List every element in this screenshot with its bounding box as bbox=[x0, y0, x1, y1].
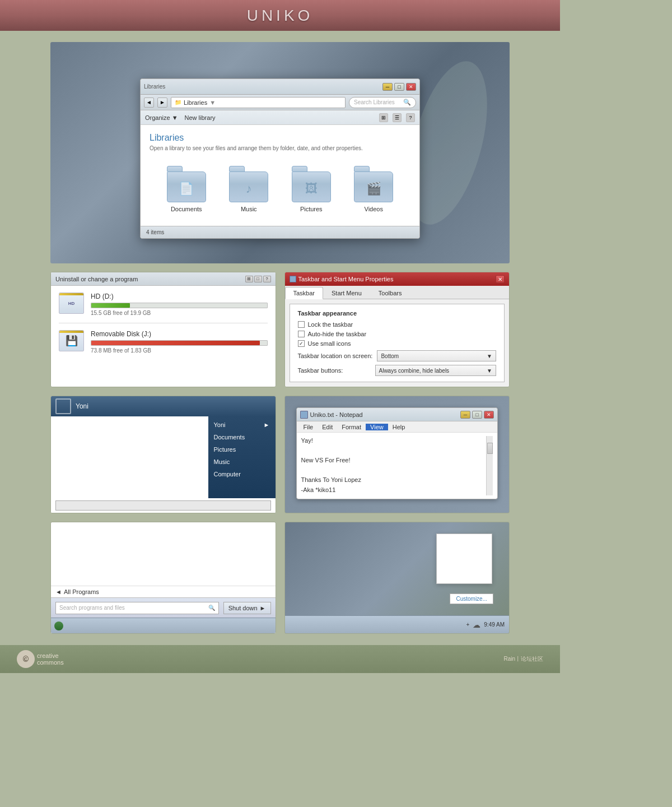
customize-button[interactable]: Customize... bbox=[450, 593, 493, 604]
search-programs-placeholder: Search programs and files bbox=[59, 605, 125, 611]
address-bar[interactable]: 📁 Libraries ▼ bbox=[171, 97, 346, 108]
checkbox-lock[interactable]: Lock the taskbar bbox=[298, 321, 497, 328]
folder-pictures[interactable]: 🖼 Pictures bbox=[292, 166, 331, 212]
location-label: Taskbar location on screen: bbox=[298, 353, 373, 359]
disk-removable-bar-container bbox=[91, 340, 268, 346]
organize-button[interactable]: Organize ▼ bbox=[145, 114, 178, 121]
start-item-pictures[interactable]: Pictures bbox=[208, 443, 276, 456]
tab-start-menu[interactable]: Start Menu bbox=[323, 287, 370, 299]
notepad-menu-edit[interactable]: Edit bbox=[318, 424, 337, 430]
uninstall-btn-1[interactable]: ⊞ bbox=[245, 276, 253, 282]
toolbar-right: ⊞ ☰ ? bbox=[379, 113, 415, 122]
title-bar: UNIKO bbox=[0, 0, 560, 31]
notepad-menu-file[interactable]: File bbox=[299, 424, 318, 430]
back-button[interactable]: ◄ bbox=[144, 98, 154, 108]
maximize-button[interactable]: □ bbox=[394, 83, 404, 91]
folder-symbol-music: ♪ bbox=[246, 181, 252, 196]
notepad-menubar: File Edit Format View Help bbox=[297, 421, 498, 433]
start-item-yoni[interactable]: Yoni ► bbox=[208, 419, 276, 431]
taskbar-close-button[interactable]: ✕ bbox=[496, 275, 505, 283]
start-arrow-yoni: ► bbox=[264, 421, 270, 428]
buttons-dropdown[interactable]: Always combine, hide labels ▼ bbox=[375, 365, 497, 376]
shutdown-button[interactable]: Shut down ► bbox=[223, 602, 271, 614]
checkbox-autohide-input[interactable] bbox=[298, 331, 305, 337]
footer: © creative commons Rain丨论坛社区 bbox=[0, 645, 560, 673]
plus-icon: + bbox=[466, 622, 469, 628]
notepad-minimize[interactable]: ─ bbox=[460, 411, 470, 419]
checkbox-autohide[interactable]: Auto-hide the taskbar bbox=[298, 331, 497, 337]
shutdown-label: Shut down bbox=[228, 605, 258, 611]
notepad-text[interactable]: Yay! New VS For Free! Thanks To Yoni Lop… bbox=[301, 436, 487, 495]
all-programs-label: All Programs bbox=[64, 588, 99, 595]
uninstall-btn-2[interactable]: □ bbox=[254, 276, 262, 282]
notepad-maximize[interactable]: □ bbox=[472, 411, 482, 419]
notepad-menu-help[interactable]: Help bbox=[388, 424, 410, 430]
checkbox-small-icons-input[interactable]: ✓ bbox=[298, 340, 305, 347]
search-bar[interactable]: Search Libraries 🔍 bbox=[349, 97, 416, 108]
start-search-field[interactable] bbox=[55, 500, 271, 511]
start-item-documents[interactable]: Documents bbox=[208, 431, 276, 443]
tab-toolbars[interactable]: Toolbars bbox=[370, 287, 410, 299]
start-item-music-label: Music bbox=[214, 458, 230, 465]
checkbox-lock-input[interactable] bbox=[298, 321, 305, 328]
cc-circle: © bbox=[17, 650, 35, 668]
organize-dropdown-icon: ▼ bbox=[172, 114, 178, 121]
view-icon-1[interactable]: ⊞ bbox=[379, 113, 388, 122]
all-programs-panel: ◄ All Programs Search programs and files… bbox=[50, 522, 276, 634]
notepad-title-area: Uniko.txt - Notepad bbox=[300, 411, 363, 419]
close-button[interactable]: ✕ bbox=[406, 83, 416, 91]
folder-label-music: Music bbox=[241, 206, 257, 212]
checkbox-small-icons[interactable]: ✓ Use small icons bbox=[298, 340, 497, 347]
start-item-music[interactable]: Music bbox=[208, 456, 276, 468]
win-controls: ─ □ ✕ bbox=[382, 83, 416, 91]
win-nav-bar: ◄ ► 📁 Libraries ▼ Search Libraries 🔍 bbox=[141, 95, 419, 110]
minimize-button[interactable]: ─ bbox=[382, 83, 393, 91]
all-programs-item[interactable]: ◄ All Programs bbox=[55, 588, 271, 595]
folder-label-documents: Documents bbox=[171, 206, 202, 212]
notepad-close[interactable]: ✕ bbox=[484, 411, 494, 419]
forward-button[interactable]: ► bbox=[157, 98, 167, 108]
user-avatar bbox=[55, 398, 71, 414]
cc-label: creative commons bbox=[37, 652, 64, 666]
disk-removable-thumb: 💾 bbox=[59, 330, 84, 351]
notepad-scrollbar[interactable] bbox=[486, 436, 493, 495]
view-icon-2[interactable]: ☰ bbox=[393, 113, 402, 122]
buttons-chevron-icon: ▼ bbox=[487, 368, 492, 374]
taskbar-sim bbox=[51, 618, 276, 633]
start-item-computer[interactable]: Computer bbox=[208, 468, 276, 480]
search-programs-input[interactable]: Search programs and files 🔍 bbox=[55, 602, 219, 614]
folder-icon-music: ♪ bbox=[229, 166, 268, 202]
folder-body-music: ♪ bbox=[229, 171, 268, 202]
uninstall-controls: ⊞ □ ? bbox=[245, 276, 271, 282]
win-toolbar: Organize ▼ New library ⊞ ☰ ? bbox=[141, 110, 419, 125]
notepad-menu-view[interactable]: View bbox=[366, 424, 388, 430]
buttons-row: Taskbar buttons: Always combine, hide la… bbox=[298, 365, 497, 376]
folder-grid: 📄 Documents ♪ Music bbox=[150, 160, 410, 218]
folder-videos[interactable]: 🎬 Videos bbox=[354, 166, 393, 212]
all-programs-arrow: ◄ bbox=[55, 588, 62, 595]
taskbar-body: Taskbar appearance Lock the taskbar Auto… bbox=[290, 304, 505, 382]
start-orb[interactable] bbox=[54, 622, 63, 630]
taskbar-props-title: Taskbar and Start Menu Properties bbox=[298, 276, 394, 282]
uninstall-btn-3[interactable]: ? bbox=[263, 276, 271, 282]
address-dropdown-icon: ▼ bbox=[209, 99, 216, 106]
win-content: Libraries Open a library to see your fil… bbox=[141, 125, 419, 226]
folder-tab bbox=[167, 166, 183, 171]
location-value: Bottom bbox=[381, 353, 399, 359]
folder-music[interactable]: ♪ Music bbox=[229, 166, 268, 212]
taskbar-tabs: Taskbar Start Menu Toolbars bbox=[285, 286, 510, 299]
notepad-menu-format[interactable]: Format bbox=[337, 424, 366, 430]
help-icon[interactable]: ? bbox=[406, 113, 415, 122]
notepad-titlebar: Uniko.txt - Notepad ─ □ ✕ bbox=[297, 408, 498, 421]
folder-symbol-pictures: 🖼 bbox=[305, 181, 318, 196]
new-library-button[interactable]: New library bbox=[185, 114, 216, 121]
folder-body-videos: 🎬 bbox=[354, 171, 393, 202]
address-text: Libraries bbox=[184, 99, 207, 106]
disk-removable-info: Removable Disk (J:) 73.8 MB free of 1.83… bbox=[91, 330, 268, 354]
libraries-heading: Libraries bbox=[150, 133, 410, 143]
location-chevron-icon: ▼ bbox=[487, 353, 492, 359]
folder-documents[interactable]: 📄 Documents bbox=[167, 166, 206, 212]
location-dropdown[interactable]: Bottom ▼ bbox=[377, 350, 496, 361]
all-programs-label-row: ◄ All Programs bbox=[51, 586, 276, 597]
tab-taskbar[interactable]: Taskbar bbox=[285, 287, 324, 299]
